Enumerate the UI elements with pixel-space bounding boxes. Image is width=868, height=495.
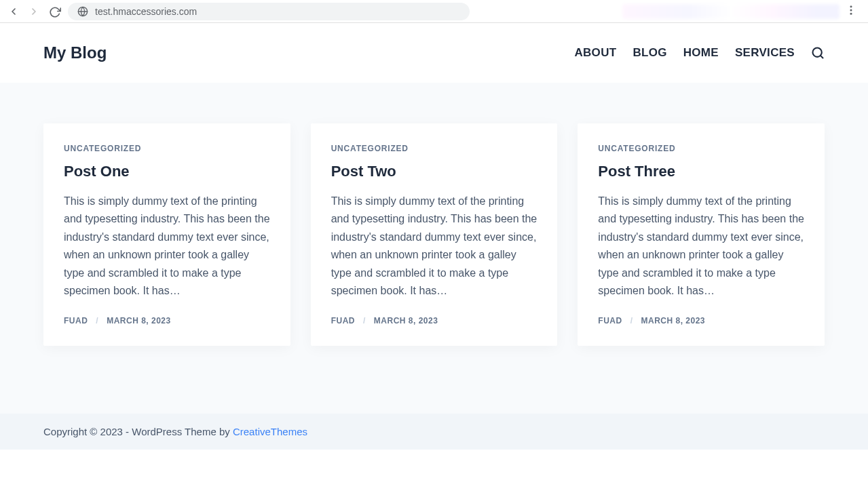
svg-point-2 xyxy=(850,5,852,7)
post-card: UNCATEGORIZED Post One This is simply du… xyxy=(43,123,290,346)
globe-icon xyxy=(77,6,88,17)
extension-area xyxy=(478,1,861,22)
nav-link-home[interactable]: HOME xyxy=(683,46,719,60)
post-date-link[interactable]: MARCH 8, 2023 xyxy=(107,316,171,325)
svg-line-6 xyxy=(820,56,823,58)
nav-link-about[interactable]: ABOUT xyxy=(574,46,616,60)
post-author-link[interactable]: FUAD xyxy=(64,316,88,325)
post-date-link[interactable]: MARCH 8, 2023 xyxy=(641,316,706,325)
search-icon[interactable] xyxy=(811,46,825,60)
post-title-link[interactable]: Post One xyxy=(64,163,270,180)
post-date-link[interactable]: MARCH 8, 2023 xyxy=(374,316,438,325)
site-footer: Copyright © 2023 - WordPress Theme by Cr… xyxy=(0,414,868,450)
post-card: UNCATEGORIZED Post Two This is simply du… xyxy=(311,123,558,346)
post-title-link[interactable]: Post Three xyxy=(598,163,804,180)
site-nav: ABOUT BLOG HOME SERVICES xyxy=(574,46,825,60)
svg-point-3 xyxy=(850,9,852,11)
footer-theme-link[interactable]: CreativeThemes xyxy=(233,426,307,437)
post-category-link[interactable]: UNCATEGORIZED xyxy=(598,144,804,153)
posts-grid: UNCATEGORIZED Post One This is simply du… xyxy=(43,123,825,346)
meta-divider: / xyxy=(363,316,366,325)
copyright-text: Copyright © 2023 - WordPress Theme by xyxy=(43,426,233,437)
back-button[interactable] xyxy=(8,6,19,17)
post-card: UNCATEGORIZED Post Three This is simply … xyxy=(578,123,825,346)
nav-arrows xyxy=(8,6,60,17)
post-meta: FUAD / MARCH 8, 2023 xyxy=(64,316,270,325)
post-category-link[interactable]: UNCATEGORIZED xyxy=(331,144,537,153)
post-meta: FUAD / MARCH 8, 2023 xyxy=(598,316,804,325)
main-content: UNCATEGORIZED Post One This is simply du… xyxy=(0,83,868,414)
meta-divider: / xyxy=(630,316,633,325)
post-excerpt: This is simply dummy text of the printin… xyxy=(64,193,270,300)
browser-menu-button[interactable] xyxy=(842,1,860,22)
site-title[interactable]: My Blog xyxy=(43,43,107,62)
url-bar[interactable]: test.hmaccessories.com xyxy=(68,3,470,20)
post-category-link[interactable]: UNCATEGORIZED xyxy=(64,144,270,153)
svg-point-4 xyxy=(850,12,852,14)
extensions-blur xyxy=(622,4,839,19)
browser-toolbar: test.hmaccessories.com xyxy=(0,0,868,23)
url-text: test.hmaccessories.com xyxy=(95,6,197,17)
site-header: My Blog ABOUT BLOG HOME SERVICES xyxy=(0,23,868,83)
meta-divider: / xyxy=(96,316,98,325)
post-author-link[interactable]: FUAD xyxy=(598,316,622,325)
nav-link-services[interactable]: SERVICES xyxy=(735,46,795,60)
post-excerpt: This is simply dummy text of the printin… xyxy=(598,193,804,300)
post-excerpt: This is simply dummy text of the printin… xyxy=(331,193,537,300)
post-meta: FUAD / MARCH 8, 2023 xyxy=(331,316,537,325)
post-title-link[interactable]: Post Two xyxy=(331,163,537,180)
reload-button[interactable] xyxy=(49,6,60,17)
post-author-link[interactable]: FUAD xyxy=(331,316,355,325)
nav-link-blog[interactable]: BLOG xyxy=(633,46,666,60)
forward-button[interactable] xyxy=(29,6,39,17)
